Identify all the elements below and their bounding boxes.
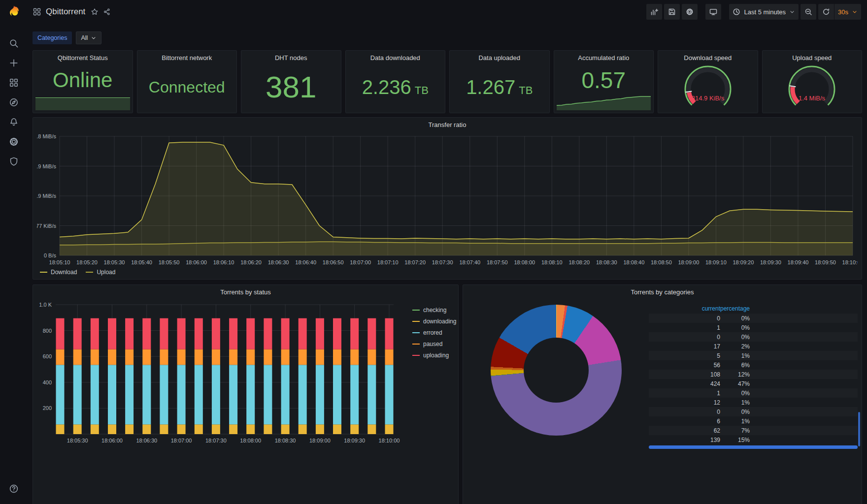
legend-label: errored <box>423 329 442 336</box>
categories-donut-chart[interactable] <box>491 305 622 436</box>
svg-text:18:05:10: 18:05:10 <box>49 259 70 265</box>
time-range-picker[interactable]: Last 5 minutes <box>729 4 799 20</box>
gauge-value: 1.4 MiB/s <box>799 94 826 102</box>
panel-title-qbittorrent-status[interactable]: Qbittorrent Status <box>33 51 133 63</box>
transfer-ratio-chart[interactable]: 3.8 MiB/s2.9 MiB/s1.9 MiB/s977 KiB/s0 B/… <box>37 131 858 270</box>
legend-item-download[interactable]: Download <box>40 269 77 276</box>
dashboard-settings-button[interactable] <box>682 4 698 20</box>
panel-data-downloaded: Data downloaded2.236TB <box>345 50 446 113</box>
star-icon[interactable] <box>91 8 99 16</box>
legend-item-checking[interactable]: checking <box>412 307 456 314</box>
panel-data-uploaded: Data uploaded1.267TB <box>449 50 550 113</box>
grafana-logo-icon[interactable] <box>5 3 23 21</box>
category-row[interactable]: 121% <box>649 398 858 407</box>
stat-body: Online <box>35 63 131 97</box>
legend-item-paused[interactable]: paused <box>412 341 456 347</box>
panel-transfer-ratio: Transfer ratio 3.8 MiB/s2.9 MiB/s1.9 MiB… <box>33 117 862 280</box>
column-header-percentage[interactable]: percentage <box>720 305 750 312</box>
stat-body: 314.9 KiB/s <box>660 62 756 113</box>
add-panel-button[interactable] <box>646 4 662 20</box>
legend-item-uploading[interactable]: uploading <box>412 352 456 359</box>
adhoc-filter-value-dropdown[interactable]: All <box>76 32 101 44</box>
refresh-interval-label: 30s <box>838 8 848 16</box>
svg-text:18:10:00: 18:10:00 <box>842 259 858 265</box>
category-row[interactable]: 51% <box>649 351 858 360</box>
panel-upload-speed: Upload speed1.4 MiB/s <box>762 50 863 113</box>
svg-text:18:06:30: 18:06:30 <box>268 259 289 265</box>
category-current: 17 <box>698 343 720 350</box>
legend-label: downloading <box>423 318 456 325</box>
panel-title-accumulated-ratio[interactable]: Accumulated ratio <box>554 51 654 63</box>
svg-text:200: 200 <box>43 405 52 411</box>
share-icon[interactable] <box>103 8 111 16</box>
panel-download-speed: Download speed314.9 KiB/s <box>658 50 758 113</box>
category-percentage: 0% <box>720 324 750 331</box>
sidebar-item-dashboards[interactable] <box>4 77 24 88</box>
svg-text:18:08:00: 18:08:00 <box>240 438 261 443</box>
category-row[interactable]: 566% <box>649 360 858 370</box>
panel-title-dht-nodes[interactable]: DHT nodes <box>241 51 341 63</box>
save-dashboard-button[interactable] <box>664 4 680 20</box>
category-row[interactable]: 61% <box>649 416 858 426</box>
svg-text:18:07:30: 18:07:30 <box>432 259 453 265</box>
category-current: 108 <box>698 371 720 378</box>
sidebar-item-create-new[interactable] <box>4 58 24 68</box>
panel-title-data-uploaded[interactable]: Data uploaded <box>450 51 549 63</box>
sidebar-item-server-admin[interactable] <box>4 156 24 167</box>
panel-title-bittorrent-network[interactable]: Bittorrent network <box>137 51 237 63</box>
category-row[interactable]: 10% <box>649 388 858 398</box>
sidebar-item-search[interactable] <box>4 38 24 49</box>
svg-text:18:08:30: 18:08:30 <box>596 259 617 265</box>
sidebar-item-explore[interactable] <box>4 97 24 108</box>
category-row[interactable]: 00% <box>649 314 858 323</box>
svg-text:1.9 MiB/s: 1.9 MiB/s <box>37 193 56 199</box>
svg-text:18:08:40: 18:08:40 <box>623 259 644 265</box>
stat-panels-row: Qbittorrent StatusOnlineBittorrent netwo… <box>33 50 862 113</box>
category-row[interactable]: 172% <box>649 342 858 351</box>
stat-unit: TB <box>415 85 429 96</box>
legend-item-errored[interactable]: errored <box>412 329 456 336</box>
svg-text:1.0 K: 1.0 K <box>39 302 52 308</box>
zoom-out-time-button[interactable] <box>800 4 816 20</box>
category-row[interactable]: 42447% <box>649 379 858 388</box>
svg-text:18:07:10: 18:07:10 <box>377 259 399 265</box>
panel-title-transfer-ratio[interactable]: Transfer ratio <box>33 118 862 130</box>
category-row[interactable]: 13915% <box>649 435 858 444</box>
svg-text:18:08:50: 18:08:50 <box>651 259 672 265</box>
category-row[interactable]: 10812% <box>649 370 858 379</box>
svg-text:18:07:50: 18:07:50 <box>487 259 508 265</box>
table-vertical-scrollbar[interactable] <box>858 412 860 446</box>
chevron-down-icon <box>852 9 858 15</box>
panel-title-torrents-by-status[interactable]: Torrents by status <box>33 285 458 298</box>
category-row[interactable]: 00% <box>649 407 858 416</box>
panel-title-data-downloaded[interactable]: Data downloaded <box>346 51 445 63</box>
panel-qbittorrent-status: Qbittorrent StatusOnline <box>33 50 133 113</box>
dashboard-squares-icon <box>33 7 41 16</box>
category-row[interactable]: 10% <box>649 323 858 332</box>
sidebar-item-alerting[interactable] <box>4 117 24 127</box>
category-current: 5 <box>698 352 720 359</box>
column-header-current[interactable]: current <box>698 305 720 312</box>
category-row[interactable]: 627% <box>649 426 858 435</box>
svg-text:2.9 MiB/s: 2.9 MiB/s <box>37 163 56 169</box>
svg-text:18:07:20: 18:07:20 <box>404 259 426 265</box>
torrents-by-status-chart[interactable]: 1.0 K80060040020018:05:3018:06:0018:06:3… <box>37 298 401 451</box>
refresh-button[interactable] <box>818 4 834 20</box>
sidebar-item-configuration[interactable] <box>4 136 24 147</box>
stat-value: Online <box>53 70 112 91</box>
legend-item-downloading[interactable]: downloading <box>412 318 456 325</box>
panel-title-torrents-by-categories[interactable]: Torrents by categories <box>463 285 862 298</box>
refresh-interval-dropdown[interactable]: 30s <box>834 4 861 20</box>
category-row[interactable]: 00% <box>649 332 858 342</box>
tv-mode-button[interactable] <box>705 4 721 20</box>
svg-text:18:06:50: 18:06:50 <box>323 259 344 265</box>
legend-item-upload[interactable]: Upload <box>86 269 115 276</box>
clock-icon <box>733 8 740 16</box>
grafana-app: Qbittorrent Last 5 minutes 30s <box>0 0 867 504</box>
time-range-label: Last 5 minutes <box>744 8 786 16</box>
table-horizontal-scrollbar[interactable] <box>649 445 858 449</box>
sidebar-item-help[interactable] <box>4 483 24 494</box>
svg-text:18:07:00: 18:07:00 <box>171 438 192 443</box>
toolbar: Last 5 minutes 30s <box>646 4 861 20</box>
svg-text:18:05:40: 18:05:40 <box>131 259 152 265</box>
